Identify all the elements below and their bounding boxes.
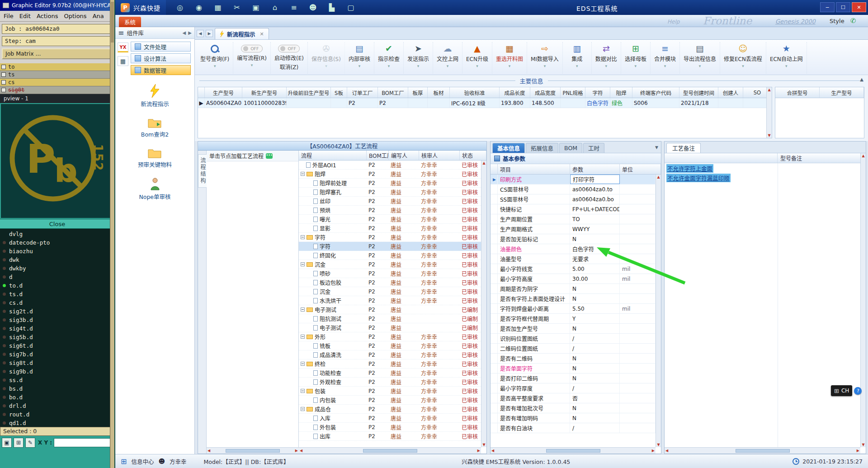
property-value-cell[interactable]: WWYY (570, 224, 620, 234)
calculator-icon[interactable]: ▦ (118, 56, 128, 66)
column-header[interactable]: 生产型号 (820, 87, 864, 98)
column-header[interactable]: 状态 (460, 151, 486, 160)
collapse-icon[interactable]: ▲ (860, 77, 863, 82)
property-value-cell[interactable]: 白色字符 (570, 244, 620, 254)
tree-toggle-icon[interactable] (301, 235, 305, 239)
flow-tree-row[interactable]: 功能检查 P2 唐益 方幸幸 已审核 (299, 369, 481, 378)
flow-tree-row[interactable]: 显影 P2 唐益 方幸幸 已审核 (299, 224, 481, 233)
property-row[interactable]: 字符到焊盘最小距离 5.50 mil (491, 304, 656, 314)
flow-tree-row[interactable]: 终检 P2 唐益 方幸幸 已审核 (299, 359, 481, 369)
flow-tree-row[interactable]: 包装 P2 唐益 方幸幸 已审核 (299, 387, 481, 396)
column-header[interactable]: 创建人 (718, 87, 743, 98)
select-tool-icon[interactable]: ▣ (2, 438, 12, 448)
layer-item[interactable]: ss.d (0, 376, 114, 384)
flow-tree-row[interactable]: 沉金 P2 唐益 方幸幸 已审核 (299, 287, 481, 296)
tree-toggle-icon[interactable] (301, 262, 305, 266)
sidebar-tab[interactable]: 数据管理 (131, 65, 191, 75)
column-header[interactable]: 合拼型号 (775, 87, 820, 98)
column-header[interactable]: BOM工厂 (378, 87, 408, 98)
property-hscrollbar[interactable]: ◀▶ (491, 447, 656, 454)
phone-icon[interactable]: ✆ (850, 17, 856, 25)
property-row[interactable]: SS面菲林号 as00604za0.bo (491, 194, 656, 204)
yx-tool-icon[interactable]: YX (118, 43, 128, 52)
flow-tree-row[interactable]: 沉金 P2 唐益 方幸幸 已审核 (299, 260, 481, 269)
flow-tree-row[interactable]: 水洗烘干 P2 唐益 方幸幸 已审核 (299, 296, 481, 305)
column-header[interactable]: S板 (331, 87, 347, 98)
chevron-down-icon[interactable]: ▾ (785, 64, 788, 68)
chevron-down-icon[interactable]: ▾ (664, 64, 666, 68)
property-value-cell[interactable]: 30.00 (570, 274, 620, 284)
chevron-down-icon[interactable]: ▾ (417, 64, 420, 68)
chevron-down-icon[interactable]: ▾ (509, 64, 511, 68)
column-header[interactable]: 编写人 (389, 151, 419, 160)
flow-tree-row[interactable]: 外包装 P2 唐益 方幸幸 已审核 (299, 423, 481, 432)
column-header[interactable]: BOM工厂 (367, 151, 389, 160)
chevron-down-icon[interactable]: ▾ (214, 64, 216, 68)
layer-item[interactable]: sig5b.d (0, 333, 114, 341)
property-value-cell[interactable]: TO (570, 214, 620, 224)
flow-tree-row[interactable]: 板边包胶 P2 唐益 方幸幸 已审核 (299, 278, 481, 287)
layer-item[interactable]: rout.d (0, 410, 114, 419)
layer-toggle[interactable] (1, 80, 6, 85)
property-tab[interactable]: 基本信息 (492, 143, 525, 153)
chevron-down-icon[interactable]: ▾ (447, 64, 449, 68)
column-header[interactable]: 成品长度 (500, 87, 530, 98)
chevron-down-icon[interactable]: ▾ (251, 63, 253, 67)
close-window-button[interactable]: ✕ (852, 2, 866, 12)
eds-titlebar[interactable]: P 兴森快捷 ◎◉▦✂▣⌂≡☻▙▢ EDS工程系统 ─ ☐ ✕ (115, 0, 868, 15)
step-field[interactable]: Step: cam (2, 36, 113, 46)
layer-item[interactable]: drl.d (0, 402, 114, 410)
nav-left-icon[interactable]: ◀ (183, 30, 186, 35)
column-header[interactable]: 生产型号 (205, 87, 242, 98)
column-header[interactable]: 板厚 (408, 87, 428, 98)
layer-item[interactable]: qd1.d (0, 419, 114, 427)
menu-item[interactable]: Options (64, 13, 86, 19)
layer-item[interactable]: sig7b.d (0, 350, 114, 359)
user-icon[interactable]: ☻ (308, 3, 318, 12)
ribbon-button[interactable]: ⇨ MI数据导入 ▾ (527, 42, 563, 74)
tool-preaudit-material[interactable]: 预审关键物料 (138, 147, 172, 169)
property-value-cell[interactable]: / (570, 334, 620, 343)
chevron-down-icon[interactable]: ▾ (476, 64, 478, 68)
property-row[interactable]: 生产周期格式 WWYY (491, 224, 656, 234)
tab-scroll-left-icon[interactable]: ◀ (197, 30, 204, 37)
column-header[interactable]: 流程 (299, 151, 367, 160)
info-center-label[interactable]: 信息中心 (131, 457, 154, 466)
layer-row[interactable]: cs (0, 79, 114, 86)
layer-toggle[interactable] (1, 65, 6, 69)
property-value-cell[interactable]: N (570, 403, 620, 413)
layer-item[interactable]: d (0, 273, 114, 281)
layer-item[interactable]: sig8t.d (0, 359, 114, 367)
property-row[interactable]: 最小字符厚度 / (491, 383, 656, 393)
nav-right-icon[interactable]: ▶ (188, 30, 192, 35)
property-row[interactable]: 是否单面字符 N (491, 364, 656, 373)
property-row[interactable]: CS面菲林号 as00604za0.to (491, 184, 656, 194)
xy-coordinate-input[interactable] (54, 438, 113, 447)
column-header[interactable]: 核审人 (419, 151, 460, 160)
notes-vscrollbar[interactable]: ▲▼ (860, 153, 866, 447)
property-row[interactable]: 印刷方式 打印字符 (491, 175, 656, 184)
graphic-viewport[interactable]: P b 152 (0, 103, 114, 219)
tree-toggle-icon[interactable] (301, 307, 305, 312)
info-center-icon[interactable]: ⊞ (121, 457, 127, 466)
ribbon-button[interactable]: ▥ 集成 ▾ (563, 42, 592, 74)
flow-tree-row[interactable]: 曝光 P2 唐益 方幸幸 已审核 (299, 215, 481, 224)
layer-item[interactable]: dwk (0, 255, 114, 264)
pview-titlebar[interactable]: pview - 1 (0, 94, 114, 103)
layer-row[interactable]: to ≠ (0, 63, 114, 71)
property-value-cell[interactable]: N (570, 413, 620, 423)
property-row[interactable]: 二维码位置图纸 / (491, 344, 656, 354)
close-button[interactable]: Close (0, 219, 114, 229)
tree-toggle-icon[interactable] (301, 335, 305, 339)
model-notes-column-header[interactable]: 型号备注 (778, 153, 866, 163)
property-row[interactable]: 快捷标记 FP+UL+DATECODE (491, 204, 656, 214)
ribbon-button[interactable]: ▦ 重选开料图 ▾ (492, 42, 527, 74)
ribbon-button[interactable]: ▲ ECN升级 ▾ (462, 42, 492, 74)
layer-item[interactable]: ts.d (0, 290, 114, 298)
flow-tree-vscrollbar[interactable]: ▲▼ (481, 161, 486, 447)
ribbon-button[interactable]: ⇄ 数据对比 ▾ (592, 42, 621, 74)
globe-icon[interactable]: ◉ (194, 3, 204, 12)
property-value-cell[interactable]: / (570, 383, 620, 393)
system-tab[interactable]: 系统 (119, 17, 141, 27)
ribbon-button[interactable]: ≡ 合并模块 ▾ (651, 42, 680, 74)
